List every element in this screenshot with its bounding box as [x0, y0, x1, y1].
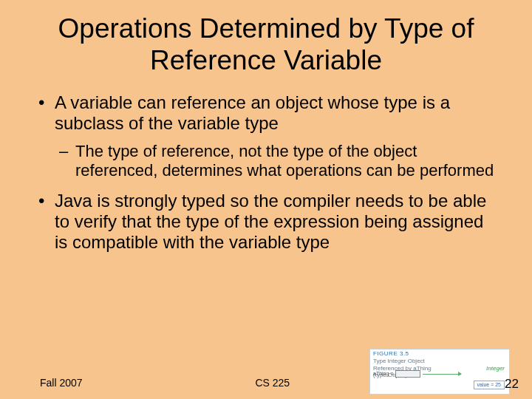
slide-body: A variable can reference an object whose… — [35, 92, 497, 253]
sub-bullet-list: The type of reference, not the type of t… — [55, 142, 497, 180]
slide: Operations Determined by Type of Referen… — [0, 0, 532, 399]
slide-title: Operations Determined by Type of Referen… — [35, 13, 497, 76]
figure-class-label: Integer — [486, 366, 505, 372]
figure-var-label: aThing = — [373, 371, 393, 377]
figure-arrow-icon — [423, 374, 461, 375]
bullet-text: A variable can reference an object whose… — [55, 92, 450, 133]
bullet-text: Java is strongly typed so the compiler n… — [55, 191, 486, 253]
sub-bullet-text: The type of reference, not the type of t… — [75, 142, 494, 180]
bullet-item: Java is strongly typed so the compiler n… — [35, 191, 497, 253]
bullet-list: A variable can reference an object whose… — [35, 92, 497, 253]
bullet-item: A variable can reference an object whose… — [35, 92, 497, 180]
sub-bullet-item: The type of reference, not the type of t… — [55, 142, 497, 180]
figure-label: FIGURE 3.5 — [373, 351, 506, 358]
figure-title-line: Type Integer Object — [373, 358, 506, 365]
page-number: 22 — [505, 377, 519, 392]
footer-center: CS 225 — [53, 377, 492, 389]
slide-footer: Fall 2007 CS 225 — [0, 377, 532, 389]
